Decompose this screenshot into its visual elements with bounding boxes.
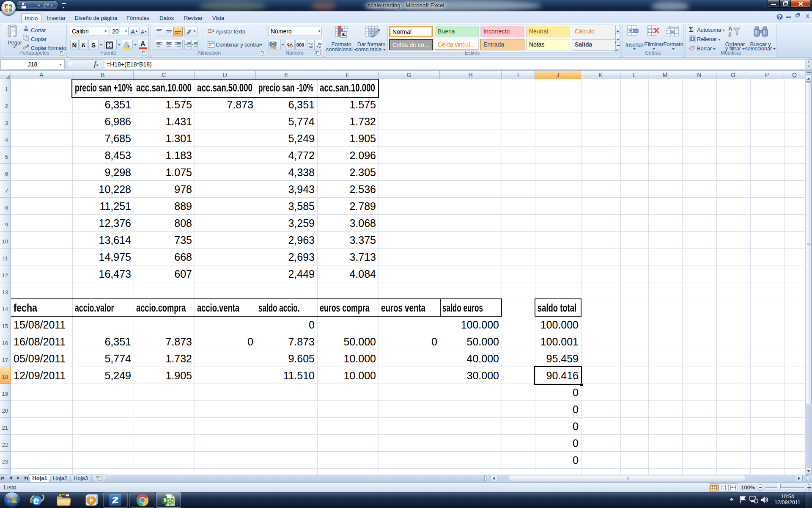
svg-text:Z: Z bbox=[728, 31, 732, 38]
svg-text:0: 0 bbox=[319, 45, 321, 49]
svg-text:00: 00 bbox=[309, 45, 313, 49]
svg-text:a: a bbox=[209, 43, 211, 47]
svg-text:A: A bbox=[728, 25, 732, 32]
